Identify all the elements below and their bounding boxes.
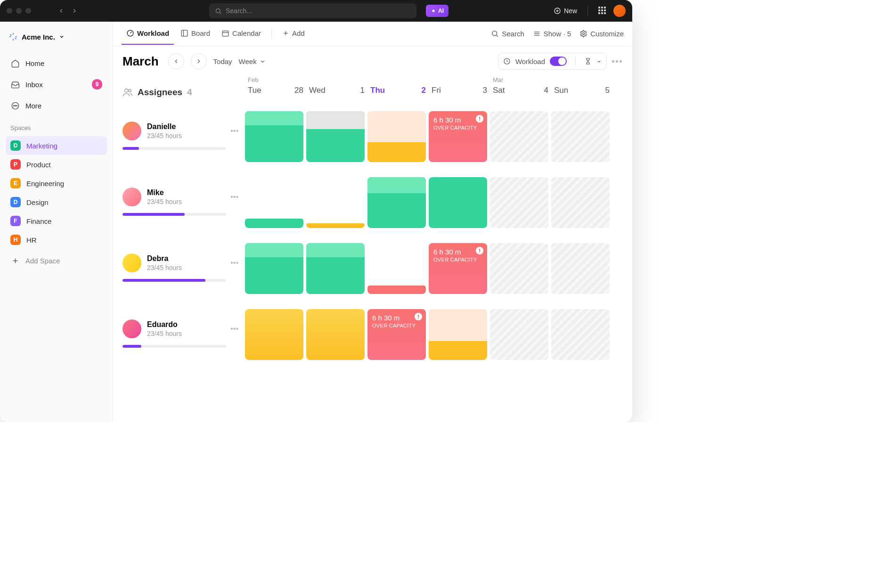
space-badge: D <box>10 197 21 207</box>
day-label: Sun5 <box>554 86 610 95</box>
workload-cell[interactable] <box>490 243 548 294</box>
workload-cell[interactable] <box>429 309 487 360</box>
range-select[interactable]: Week <box>239 57 266 65</box>
person-avatar[interactable] <box>122 253 141 272</box>
toggle-switch[interactable] <box>550 57 567 66</box>
space-badge: E <box>10 178 21 188</box>
warning-icon: ! <box>476 115 483 122</box>
space-badge: D <box>10 140 21 151</box>
workload-cell[interactable]: 6 h 30 mOVER CAPACITY! <box>429 243 487 294</box>
add-space-button[interactable]: Add Space <box>6 251 107 270</box>
customize-button[interactable]: Customize <box>579 30 624 38</box>
svg-rect-19 <box>181 30 188 36</box>
logo-icon <box>8 32 18 41</box>
inbox-icon <box>10 80 20 89</box>
maximize-dot[interactable] <box>25 8 31 14</box>
workload-cell[interactable] <box>551 243 610 294</box>
search-button[interactable]: Search <box>491 30 524 38</box>
today-button[interactable]: Today <box>213 57 232 65</box>
workload-cell[interactable]: 6 h 30 mOVER CAPACITY! <box>367 309 426 360</box>
person-avatar[interactable] <box>122 122 141 140</box>
month-label <box>309 76 365 86</box>
workload-cell[interactable] <box>245 177 303 228</box>
workload-cell[interactable] <box>245 309 303 360</box>
workload-cell[interactable] <box>490 177 548 228</box>
workload-cell[interactable]: 6 h 30 mOVER CAPACITY! <box>429 111 487 162</box>
search-icon <box>491 30 499 38</box>
workload-cell[interactable] <box>551 177 610 228</box>
ai-button[interactable]: AI <box>426 5 449 17</box>
workload-cell[interactable] <box>367 177 426 228</box>
workload-label: Workload <box>515 57 545 65</box>
svg-point-33 <box>129 90 131 92</box>
space-label: Engineering <box>26 180 64 188</box>
day-header: Wed1 <box>306 76 367 108</box>
close-dot[interactable] <box>7 8 12 14</box>
window-controls <box>7 8 31 14</box>
space-item-design[interactable]: DDesign <box>6 193 107 212</box>
show-button[interactable]: Show · 5 <box>533 30 571 38</box>
day-header: FebTue28 <box>245 76 306 108</box>
user-avatar[interactable] <box>613 5 626 17</box>
over-label: OVER CAPACITY <box>433 257 482 262</box>
person-more-button[interactable]: ••• <box>230 193 238 201</box>
tab-board[interactable]: Board <box>176 23 215 45</box>
person-more-button[interactable]: ••• <box>230 127 238 135</box>
workload-cell[interactable] <box>306 309 365 360</box>
workload-cell[interactable] <box>367 243 426 294</box>
sidebar-item-home[interactable]: Home <box>6 54 107 73</box>
workload-cell[interactable] <box>490 309 548 360</box>
space-item-hr[interactable]: HHR <box>6 230 107 249</box>
month-label: Feb <box>248 76 303 86</box>
tab-calendar[interactable]: Calendar <box>217 23 266 45</box>
workload-cell[interactable] <box>306 177 365 228</box>
sidebar-item-label: More <box>25 102 41 110</box>
workload-row <box>245 174 632 240</box>
prev-button[interactable] <box>168 53 184 69</box>
workload-cell[interactable] <box>551 309 610 360</box>
more-options-button[interactable]: ••• <box>612 56 623 67</box>
people-icon <box>122 87 133 98</box>
svg-rect-8 <box>9 36 11 37</box>
workload-cell[interactable] <box>245 243 303 294</box>
person-more-button[interactable]: ••• <box>230 325 238 333</box>
sidebar-item-inbox[interactable]: Inbox 9 <box>6 74 107 94</box>
workspace-switcher[interactable]: Acme Inc. <box>6 28 107 45</box>
space-item-product[interactable]: PProduct <box>6 155 107 174</box>
sliders-icon <box>533 30 541 38</box>
chevron-down-icon <box>59 34 65 40</box>
workload-cell[interactable] <box>429 177 487 228</box>
sidebar-item-more[interactable]: More <box>6 96 107 115</box>
nav-back[interactable] <box>56 5 67 16</box>
person-hours: 23/45 hours <box>147 264 182 271</box>
workload-cell[interactable] <box>490 111 548 162</box>
nav-forward[interactable] <box>69 5 80 16</box>
workload-cell[interactable] <box>306 243 365 294</box>
next-button[interactable] <box>191 53 207 69</box>
tab-workload[interactable]: Workload <box>122 23 174 45</box>
person-avatar[interactable] <box>122 319 141 338</box>
space-label: Finance <box>26 217 51 225</box>
workload-cell[interactable] <box>367 111 426 162</box>
space-item-marketing[interactable]: DMarketing <box>6 136 107 155</box>
assignee-row: Danielle23/45 hours••• <box>122 108 245 174</box>
space-item-finance[interactable]: FFinance <box>6 212 107 230</box>
space-item-engineering[interactable]: EEngineering <box>6 174 107 193</box>
day-header: Fri3 <box>429 76 490 108</box>
workload-cell[interactable] <box>551 111 610 162</box>
search-input[interactable]: Search... <box>209 3 416 18</box>
over-label: OVER CAPACITY <box>372 323 421 328</box>
apps-grid-icon[interactable] <box>598 7 607 15</box>
svg-point-0 <box>216 8 220 13</box>
svg-rect-11 <box>15 38 16 40</box>
person-avatar[interactable] <box>122 188 141 206</box>
person-more-button[interactable]: ••• <box>230 259 238 267</box>
new-button[interactable]: New <box>554 7 577 15</box>
workload-cell[interactable] <box>245 111 303 162</box>
add-view-button[interactable]: Add <box>277 23 310 45</box>
workload-toggle[interactable]: Workload <box>498 53 607 70</box>
over-time: 6 h 30 m <box>433 116 482 124</box>
workload-cell[interactable] <box>306 111 365 162</box>
minimize-dot[interactable] <box>16 8 22 14</box>
month-label <box>554 76 610 86</box>
